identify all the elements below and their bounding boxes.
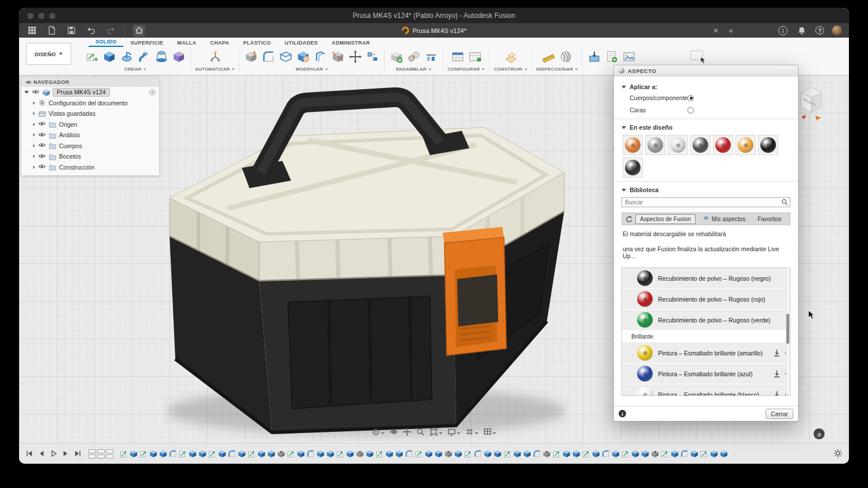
material-category-row[interactable]: Brillante xyxy=(622,331,790,343)
timeline-feature-extrude[interactable] xyxy=(572,450,580,458)
library-tab-favoritos[interactable]: Favoritos xyxy=(753,214,786,224)
library-tab-mis-aspectos[interactable]: Mis aspectos xyxy=(698,214,750,225)
timeline-feature-hole[interactable] xyxy=(444,450,453,458)
expand-icon[interactable] xyxy=(24,91,29,94)
collapse-panel-icon[interactable]: ◀◀ xyxy=(25,80,30,85)
aspect-swatch-rojo[interactable] xyxy=(713,135,733,155)
viewports-tool-button[interactable] xyxy=(484,428,496,438)
timeline-feature-extrude[interactable] xyxy=(435,450,443,458)
tool-combine-button[interactable] xyxy=(296,49,311,64)
eye-icon[interactable] xyxy=(38,142,46,149)
timeline-feature-extrude[interactable] xyxy=(395,450,403,458)
root-document-label[interactable]: Prusa MK4S v124 xyxy=(53,88,110,97)
tool-revolve-button[interactable] xyxy=(119,49,134,64)
tool-variant-table-button[interactable] xyxy=(468,49,483,64)
navigator-item-vistas-guardadas[interactable]: Vistas guardadas xyxy=(21,108,159,119)
redo-icon[interactable] xyxy=(105,25,116,36)
tool-split-button[interactable] xyxy=(330,49,345,64)
group-label-construir[interactable]: CONSTRUIR xyxy=(494,67,527,72)
timeline-feature-extrude[interactable] xyxy=(317,450,325,458)
refresh-library-icon[interactable] xyxy=(625,215,632,223)
close-window-button[interactable] xyxy=(27,13,34,19)
select-tool-button[interactable] xyxy=(690,50,703,60)
eye-icon[interactable] xyxy=(38,120,46,128)
help-icon[interactable]: ? xyxy=(815,26,824,35)
material-row[interactable]: Recubrimiento de polvo – Rugoso (rojo) xyxy=(622,289,790,310)
timeline-feature-extrude[interactable] xyxy=(258,450,266,458)
expand-icon[interactable] xyxy=(33,166,35,169)
timeline-feature-fillet[interactable] xyxy=(228,450,236,458)
timeline-feature-extrude[interactable] xyxy=(267,450,275,458)
timeline-feature-extrude[interactable] xyxy=(494,450,502,458)
tool-joint-button[interactable] xyxy=(406,49,421,64)
viewcube[interactable]: FRONTAL xyxy=(797,85,826,125)
timeline-feature-sketch[interactable] xyxy=(503,450,512,458)
expand-icon[interactable] xyxy=(33,133,35,137)
navigator-item-bocetos[interactable]: Bocetos xyxy=(21,151,159,162)
zoom-tool-button[interactable] xyxy=(417,428,425,438)
timeline-feature-hole[interactable] xyxy=(651,450,659,458)
timeline-step-forward-button[interactable] xyxy=(61,449,70,458)
timeline-feature-sketch[interactable] xyxy=(336,450,344,458)
tool-shell-button[interactable] xyxy=(278,49,293,64)
group-label-automatizar[interactable]: AUTOMATIZAR xyxy=(195,67,235,72)
timeline-feature-hole[interactable] xyxy=(543,450,551,458)
timeline-feature-fillet[interactable] xyxy=(681,450,689,458)
radio-button[interactable] xyxy=(687,95,694,101)
eye-icon[interactable] xyxy=(38,153,46,160)
tool-rigid-group-button[interactable] xyxy=(424,49,439,64)
pan-tool-button[interactable] xyxy=(403,428,411,438)
aspect-swatch-negro-rugoso[interactable] xyxy=(623,157,643,178)
navigator-header[interactable]: ◀◀ NAVEGADOR xyxy=(21,77,159,87)
material-row[interactable]: Pintura – Esmaltado brillante (amarillo) xyxy=(622,343,790,364)
minimize-window-button[interactable] xyxy=(38,13,45,19)
tool-create-sketch-button[interactable] xyxy=(84,49,100,64)
timeline-feature-sketch[interactable] xyxy=(248,450,256,458)
apply-option-cuerpos-componentes[interactable]: Cuerpos/componentes xyxy=(630,94,790,101)
tool-canvas-button[interactable] xyxy=(621,49,637,64)
timeline-feature-fillet[interactable] xyxy=(602,450,610,458)
material-row[interactable]: Recubrimiento de polvo – Rugoso (negro) xyxy=(622,268,790,289)
expand-icon[interactable] xyxy=(33,155,35,158)
timeline-feature-fillet[interactable] xyxy=(307,450,315,458)
group-label-ensamblar[interactable]: ENSAMBLAR xyxy=(396,67,432,72)
timeline-feature-sketch[interactable] xyxy=(376,450,384,458)
timeline-feature-sketch[interactable] xyxy=(621,450,630,458)
aspect-swatch-amarillo[interactable] xyxy=(735,135,756,155)
tool-insert-button[interactable] xyxy=(587,49,602,64)
timeline-step-back-button[interactable] xyxy=(37,449,46,458)
aspect-swatch-grafito[interactable] xyxy=(690,135,711,155)
ribbon-tab-administrar[interactable]: ADMINISTRAR xyxy=(325,40,377,47)
timeline-feature-fillet[interactable] xyxy=(533,450,541,458)
timeline-feature-sketch[interactable] xyxy=(208,450,216,458)
apply-to-section-header[interactable]: Aplicar a: xyxy=(621,83,790,90)
look-at-tool-button[interactable] xyxy=(390,428,398,438)
timeline-feature-sketch[interactable] xyxy=(120,450,128,458)
timeline-feature-extrude[interactable] xyxy=(562,450,571,458)
eye-icon[interactable] xyxy=(32,89,39,96)
tool-datasheet-button[interactable] xyxy=(604,49,619,64)
timeline-feature-extrude[interactable] xyxy=(326,450,334,458)
timeline-feature-extrude[interactable] xyxy=(710,450,718,458)
in-design-section-header[interactable]: En este diseño xyxy=(621,124,790,131)
group-label-modificar[interactable]: MODIFICAR xyxy=(296,67,328,72)
timeline-feature-sketch[interactable] xyxy=(661,450,669,458)
timeline-feature-extrude[interactable] xyxy=(130,450,138,458)
timeline-feature-extrude[interactable] xyxy=(346,450,354,458)
tool-fillet-button[interactable] xyxy=(261,49,276,64)
timeline-feature-extrude[interactable] xyxy=(690,450,698,458)
timeline-feature-sketch[interactable] xyxy=(415,450,423,458)
navigator-item-construcci-n[interactable]: Construcción xyxy=(21,162,159,173)
traffic-lights[interactable] xyxy=(27,13,56,19)
timeline-feature-sketch[interactable] xyxy=(179,450,187,458)
timeline-feature-extrude[interactable] xyxy=(671,450,679,458)
timeline-feature-sketch[interactable] xyxy=(464,450,472,458)
timeline-play-button[interactable] xyxy=(49,449,58,458)
expand-icon[interactable] xyxy=(33,144,35,148)
notifications-bell-icon[interactable] xyxy=(796,25,807,36)
group-label-configurar[interactable]: CONFIGURAR xyxy=(447,67,485,72)
expand-icon[interactable] xyxy=(33,123,35,126)
close-tab-icon[interactable]: ✕ xyxy=(711,27,720,35)
tool-offset-button[interactable] xyxy=(313,49,328,64)
ribbon-tab-superficie[interactable]: SUPERFICIE xyxy=(123,40,170,47)
